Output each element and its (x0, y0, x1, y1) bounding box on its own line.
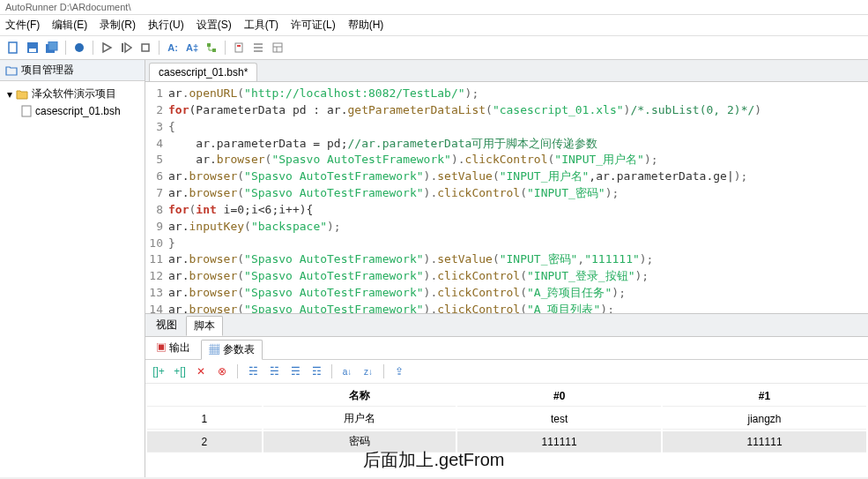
svg-rect-12 (235, 43, 242, 52)
menu-license[interactable]: 许可证(L) (291, 18, 336, 33)
svg-marker-6 (103, 43, 111, 52)
tab-script[interactable]: 脚本 (186, 316, 223, 336)
save-all-icon[interactable] (44, 40, 60, 56)
collapse-icon[interactable]: ▾ (7, 88, 12, 101)
svg-rect-0 (9, 42, 17, 53)
menu-settings[interactable]: 设置(S) (197, 18, 232, 33)
tree-project[interactable]: ▾ 泽众软件演示项目 (4, 85, 141, 103)
add-row-icon[interactable]: []+ (151, 363, 167, 379)
project-manager-label: 项目管理器 (21, 63, 74, 78)
code-editor[interactable]: 1ar.openURL("http://localhost:8082/TestL… (145, 82, 868, 313)
tree-file[interactable]: casescript_01.bsh (4, 103, 141, 119)
file-icon (21, 105, 32, 117)
bookmark-icon[interactable] (231, 40, 247, 56)
filter2-icon[interactable]: ☵ (266, 363, 282, 379)
tab-params[interactable]: ▦ 参数表 (201, 340, 262, 360)
play-icon[interactable] (99, 40, 115, 56)
subtitle-caption: 后面加上.getFrom (363, 448, 504, 472)
play-from-icon[interactable] (118, 40, 134, 56)
clear-icon[interactable]: ⊗ (214, 363, 230, 379)
menu-record[interactable]: 录制(R) (100, 18, 136, 33)
menu-edit[interactable]: 编辑(E) (52, 18, 87, 33)
project-label: 泽众软件演示项目 (32, 86, 116, 101)
svg-marker-8 (125, 43, 131, 52)
svg-rect-4 (48, 41, 57, 50)
output-tabs: ▣ 输出 ▦ 参数表 (145, 337, 868, 360)
tab-view[interactable]: 视图 (149, 316, 184, 336)
project-tree: ▾ 泽众软件演示项目 casescript_01.bsh (0, 81, 145, 123)
text-a-icon[interactable]: A: (165, 40, 181, 56)
add-col-icon[interactable]: +[] (172, 363, 188, 379)
file-label: casescript_01.bsh (35, 105, 121, 117)
menu-help[interactable]: 帮助(H) (348, 18, 384, 33)
tab-output[interactable]: ▣ 输出 (149, 339, 197, 359)
stop-icon[interactable] (137, 40, 153, 56)
table-icon: ▦ (209, 343, 219, 356)
svg-rect-2 (29, 49, 36, 52)
new-icon[interactable] (5, 40, 21, 56)
tree-icon[interactable] (204, 40, 219, 56)
record-icon[interactable] (71, 40, 87, 56)
export-icon[interactable]: ⇪ (391, 363, 407, 379)
folder-icon (5, 65, 18, 76)
param-table[interactable]: 名称#0#11用户名testjiangzh2密码111111111111 (145, 384, 868, 454)
tab-output-label: 输出 (169, 341, 190, 354)
content-area: casescript_01.bsh* 1ar.openURL("http://l… (145, 60, 868, 477)
menu-tools[interactable]: 工具(T) (244, 18, 278, 33)
menu-run[interactable]: 执行(U) (148, 18, 184, 33)
output-toolbar: []+ +[] ✕ ⊗ ☵ ☵ ☴ ☶ a↓ z↓ ⇪ (145, 360, 868, 384)
svg-rect-9 (142, 44, 149, 51)
delete-icon[interactable]: ✕ (193, 363, 209, 379)
text-a2-icon[interactable]: A‡ (184, 40, 200, 56)
save-icon[interactable] (25, 40, 41, 56)
sort-az-icon[interactable]: a↓ (339, 363, 355, 379)
filter1-icon[interactable]: ☵ (245, 363, 261, 379)
folder-icon (16, 89, 28, 100)
menu-file[interactable]: 文件(F) (5, 18, 40, 33)
menubar: 文件(F) 编辑(E) 录制(R) 执行(U) 设置(S) 工具(T) 许可证(… (0, 15, 868, 36)
editor-tabs: casescript_01.bsh* (145, 60, 868, 82)
project-manager-title: 项目管理器 (0, 60, 145, 81)
window-title: AutoRunner D:\ARdocument\ (0, 0, 868, 15)
svg-rect-14 (273, 43, 282, 52)
svg-rect-10 (207, 43, 211, 47)
sort-za-icon[interactable]: z↓ (360, 363, 376, 379)
sidebar: 项目管理器 ▾ 泽众软件演示项目 casescript_01.bsh (0, 60, 145, 477)
output-panel: ▣ 输出 ▦ 参数表 []+ +[] ✕ ⊗ ☵ ☵ ☴ ☶ a↓ (145, 336, 868, 477)
svg-rect-13 (237, 45, 241, 47)
tab-params-label: 参数表 (223, 343, 255, 356)
svg-rect-15 (22, 106, 31, 116)
filter4-icon[interactable]: ☶ (308, 363, 324, 379)
toolbar: A: A‡ (0, 36, 868, 60)
svg-rect-7 (122, 43, 123, 52)
layout-icon[interactable] (270, 40, 286, 56)
list-icon[interactable] (250, 40, 266, 56)
output-icon: ▣ (156, 341, 167, 354)
svg-rect-11 (212, 49, 216, 52)
editor-bottom-tabs: 视图 脚本 (145, 313, 868, 336)
tab-casescript[interactable]: casescript_01.bsh* (149, 63, 257, 81)
filter3-icon[interactable]: ☴ (287, 363, 303, 379)
svg-point-5 (75, 43, 84, 52)
